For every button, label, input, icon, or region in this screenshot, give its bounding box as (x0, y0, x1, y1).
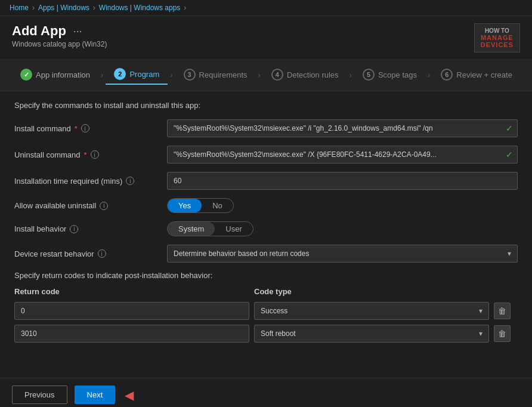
return-code-row-1: Soft reboot ▾ 🗑 (14, 325, 518, 343)
sep3: › (184, 4, 186, 12)
install-command-input-wrapper: ✓ (167, 119, 518, 137)
step6-label: Review + create (456, 70, 512, 79)
install-command-label: Install command * i (14, 124, 157, 133)
install-time-row: Installation time required (mins) i (14, 172, 518, 190)
install-command-info-icon[interactable]: i (81, 124, 89, 132)
behavior-system-button[interactable]: System (168, 222, 215, 236)
step-requirements[interactable]: 3 Requirements (175, 65, 256, 84)
col-header-code: Return code (14, 287, 249, 296)
ellipsis-button[interactable]: ··· (71, 25, 85, 38)
logo-line1: HOW TO (485, 27, 509, 34)
breadcrumb-apps-windows[interactable]: Apps | Windows (38, 4, 89, 12)
page-subtitle: Windows catalog app (Win32) (12, 40, 107, 48)
steps-navigation: ✓ App information › 2 Program › 3 Requir… (0, 58, 532, 91)
step3-label: Requirements (199, 70, 248, 79)
device-restart-value: Determine behavior based on return codes (174, 249, 309, 258)
step-sep-1: › (101, 70, 103, 79)
return-codes-section: Specify return codes to indicate post-in… (14, 271, 518, 343)
install-command-check-icon: ✓ (506, 124, 513, 133)
behavior-user-button[interactable]: User (215, 222, 252, 236)
uninstall-command-input-wrapper: ✓ (167, 146, 518, 164)
required-star-uninstall: * (84, 150, 87, 159)
step-sep-5: › (428, 70, 430, 79)
step-program[interactable]: 2 Program (106, 64, 168, 85)
header-left: Add App ··· Windows catalog app (Win32) (12, 23, 107, 48)
step1-label: App information (36, 70, 90, 79)
step-detection-rules[interactable]: 4 Detection rules (263, 65, 347, 84)
device-restart-label: Device restart behavior i (14, 249, 157, 258)
logo: HOW TO MANAGE DEVICES (474, 23, 520, 53)
allow-uninstall-info-icon[interactable]: i (100, 202, 108, 210)
return-code-row-0: Success ▾ 🗑 (14, 302, 518, 320)
allow-uninstall-row: Allow available uninstall i Yes No (14, 198, 518, 213)
step1-circle: ✓ (20, 69, 32, 81)
code-type-arrow-0: ▾ (479, 307, 482, 315)
logo-line2: MANAGE (481, 34, 514, 41)
step-review-create[interactable]: 6 Review + create (432, 65, 521, 84)
install-command-input[interactable] (167, 119, 518, 137)
step4-label: Detection rules (287, 70, 339, 79)
step-sep-2: › (170, 70, 172, 79)
step2-label: Program (129, 70, 159, 79)
toggle-yes-button[interactable]: Yes (168, 199, 202, 212)
install-behavior-row: Install behavior i System User (14, 221, 518, 236)
page-title: Add App ··· (12, 23, 107, 39)
return-codes-table-header: Return code Code type (14, 287, 518, 298)
code-type-value-0: Success (261, 307, 287, 315)
step-app-information[interactable]: ✓ App information (12, 65, 98, 84)
delete-row-1-button[interactable]: 🗑 (494, 325, 511, 342)
section-description: Specify the commands to install and unin… (14, 101, 518, 110)
uninstall-command-row: Uninstall command * i ✓ (14, 146, 518, 164)
required-star-install: * (75, 124, 78, 133)
install-time-info-icon[interactable]: i (126, 177, 134, 185)
previous-button[interactable]: Previous (12, 386, 67, 404)
install-behavior-label: Install behavior i (14, 224, 157, 233)
install-time-input[interactable] (167, 172, 518, 190)
sep1: › (32, 4, 35, 12)
return-codes-description: Specify return codes to indicate post-in… (14, 271, 518, 280)
install-behavior-toggle: System User (167, 221, 253, 236)
footer-bar: Previous Next ◀ (0, 378, 532, 407)
next-button[interactable]: Next (75, 386, 116, 404)
device-restart-row: Device restart behavior i Determine beha… (14, 245, 518, 263)
breadcrumb-bar: Home › Apps | Windows › Windows | Window… (0, 0, 532, 16)
install-behavior-info-icon[interactable]: i (70, 225, 78, 233)
step5-circle: 5 (363, 69, 375, 81)
install-command-row: Install command * i ✓ (14, 119, 518, 137)
delete-row-0-button[interactable]: 🗑 (494, 303, 511, 319)
device-restart-dropdown[interactable]: Determine behavior based on return codes… (167, 245, 518, 263)
code-type-arrow-1: ▾ (479, 329, 482, 338)
col-header-type: Code type (254, 287, 489, 296)
step2-circle: 2 (114, 68, 126, 80)
step3-circle: 3 (184, 69, 196, 81)
step5-label: Scope tags (378, 70, 417, 79)
code-type-dropdown-1[interactable]: Soft reboot ▾ (254, 325, 489, 343)
uninstall-command-label: Uninstall command * i (14, 150, 157, 159)
step-sep-3: › (258, 70, 261, 79)
uninstall-command-check-icon: ✓ (506, 150, 513, 159)
uninstall-command-info-icon[interactable]: i (91, 150, 99, 159)
step4-circle: 4 (271, 69, 283, 81)
step-sep-4: › (349, 70, 352, 79)
code-type-dropdown-0[interactable]: Success ▾ (254, 302, 489, 320)
breadcrumb-windows-apps[interactable]: Windows | Windows apps (99, 4, 181, 12)
breadcrumb-home[interactable]: Home (10, 4, 29, 12)
main-content: Specify the commands to install and unin… (0, 91, 532, 378)
allow-uninstall-toggle: Yes No (167, 198, 234, 213)
return-code-input-0[interactable] (14, 302, 249, 320)
device-restart-info-icon[interactable]: i (98, 249, 106, 258)
allow-uninstall-label: Allow available uninstall i (14, 201, 157, 210)
page-header: Add App ··· Windows catalog app (Win32) … (0, 16, 532, 58)
step6-circle: 6 (441, 69, 453, 81)
device-restart-arrow-icon: ▾ (508, 249, 511, 258)
return-code-input-1[interactable] (14, 325, 249, 343)
logo-line3: DEVICES (481, 41, 514, 48)
toggle-no-button[interactable]: No (202, 199, 233, 212)
install-time-label: Installation time required (mins) i (14, 177, 157, 186)
step-scope-tags[interactable]: 5 Scope tags (354, 65, 425, 84)
uninstall-command-input[interactable] (167, 146, 518, 164)
sep2: › (93, 4, 95, 12)
code-type-value-1: Soft reboot (261, 329, 296, 338)
arrow-indicator: ◀ (125, 388, 134, 402)
